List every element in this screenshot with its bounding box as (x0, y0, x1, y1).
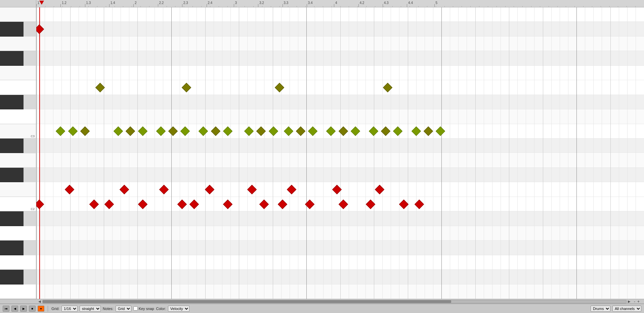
key-snap-label: Key snap (139, 307, 154, 311)
zoom-minus-btn[interactable]: - (633, 299, 636, 304)
vline-17 (180, 7, 180, 299)
key-snap-checkbox[interactable] (133, 306, 138, 311)
rewind-button[interactable]: ⏮ (3, 306, 9, 312)
vline-57 (517, 7, 518, 299)
vline-63 (568, 7, 568, 299)
vline-65 (585, 7, 585, 299)
straight-select[interactable]: straight (80, 306, 101, 312)
grid-select[interactable]: 1/16 1/8 1/4 (61, 306, 78, 312)
vline-46 (425, 7, 425, 299)
vline-0 (36, 7, 37, 299)
vline-6 (87, 7, 87, 299)
vline-22 (222, 7, 222, 299)
piano-key-16[interactable] (0, 241, 24, 255)
piano-key-13[interactable]: C2 (0, 197, 36, 211)
key-snap-container: Key snap (133, 306, 154, 311)
vline-34 (323, 7, 324, 299)
vline-45 (416, 7, 417, 299)
channel-select[interactable]: All channels (612, 306, 641, 312)
scroll-right-btn[interactable]: ▶ (627, 300, 632, 303)
vline-10 (121, 7, 121, 299)
vline-1 (45, 7, 45, 299)
back-button[interactable]: ◀ (11, 306, 18, 312)
piano-key-3[interactable] (0, 51, 24, 65)
vline-49 (450, 7, 450, 299)
piano-key-17[interactable] (0, 255, 36, 270)
vline-8 (104, 7, 104, 299)
piano-key-11[interactable] (0, 168, 24, 182)
key-label-C3: C3 (31, 135, 35, 138)
vline-50 (458, 7, 459, 299)
vline-54 (492, 7, 492, 299)
timeline-ruler: 11.21.31.422.22.32.433.23.33.444.24.34.4… (0, 0, 644, 7)
piano-key-9[interactable] (0, 139, 24, 153)
vline-4 (70, 7, 71, 299)
main-area: C3C2 (0, 7, 644, 299)
vline-11 (129, 7, 129, 299)
zoom-plus-btn[interactable]: + (637, 299, 640, 304)
scrollbar[interactable]: ◀ ▶ - + (0, 299, 644, 304)
vline-66 (593, 7, 594, 299)
vline-61 (551, 7, 552, 299)
piano-key-2[interactable] (0, 37, 36, 51)
vline-71 (636, 7, 636, 299)
stop-button[interactable]: ■ (29, 306, 36, 312)
vline-2 (53, 7, 53, 299)
piano-key-5[interactable] (0, 80, 36, 95)
vline-37 (349, 7, 349, 299)
color-label: Color: (156, 307, 166, 311)
vline-24 (239, 7, 239, 299)
vline-5 (79, 7, 79, 299)
grid-area[interactable] (36, 7, 644, 299)
vline-41 (382, 7, 383, 299)
vline-27 (264, 7, 264, 299)
vline-51 (467, 7, 467, 299)
piano-key-0[interactable] (0, 7, 36, 22)
vline-55 (501, 7, 501, 299)
piano-key-18[interactable] (0, 270, 24, 284)
vline-60 (543, 7, 543, 299)
notes-label: Notes: (103, 307, 114, 311)
vline-9 (112, 7, 113, 299)
play-button[interactable]: ▶ (20, 306, 27, 312)
playhead (39, 7, 40, 299)
piano-key-6[interactable] (0, 95, 24, 109)
vline-56 (509, 7, 509, 299)
piano-key-19[interactable] (0, 284, 36, 299)
vline-35 (332, 7, 332, 299)
piano-key-8[interactable]: C3 (0, 124, 36, 139)
app: 11.21.31.422.22.32.433.23.33.444.24.34.4… (0, 0, 644, 313)
vline-29 (281, 7, 282, 299)
vline-13 (146, 7, 146, 299)
color-select[interactable]: Velocity (168, 306, 189, 312)
toolbar: ⏮ ◀ ▶ ■ ● Grid: 1/16 1/8 1/4 straight No… (0, 304, 644, 313)
vline-53 (484, 7, 484, 299)
scroll-thumb[interactable] (43, 300, 451, 303)
vline-59 (534, 7, 534, 299)
piano-key-12[interactable] (0, 182, 36, 197)
vline-30 (290, 7, 290, 299)
vline-32 (306, 7, 307, 299)
vline-40 (374, 7, 374, 299)
scroll-track[interactable] (42, 300, 627, 303)
vline-48 (441, 7, 442, 299)
vline-58 (526, 7, 526, 299)
piano-key-7[interactable] (0, 109, 36, 124)
record-button[interactable]: ● (38, 306, 44, 312)
vline-12 (137, 7, 138, 299)
vline-31 (298, 7, 298, 299)
vline-52 (475, 7, 476, 299)
notes-select[interactable]: Grid (116, 306, 131, 312)
piano-key-1[interactable] (0, 22, 24, 36)
vline-38 (357, 7, 357, 299)
vline-21 (214, 7, 214, 299)
piano-key-10[interactable] (0, 153, 36, 168)
instrument-select[interactable]: Drums (591, 306, 610, 312)
piano-key-14[interactable] (0, 211, 24, 226)
piano-key-15[interactable] (0, 226, 36, 241)
scroll-left-btn[interactable]: ◀ (37, 300, 42, 303)
vline-15 (163, 7, 163, 299)
vline-64 (576, 7, 577, 299)
piano-key-4[interactable] (0, 66, 36, 80)
vline-18 (188, 7, 188, 299)
